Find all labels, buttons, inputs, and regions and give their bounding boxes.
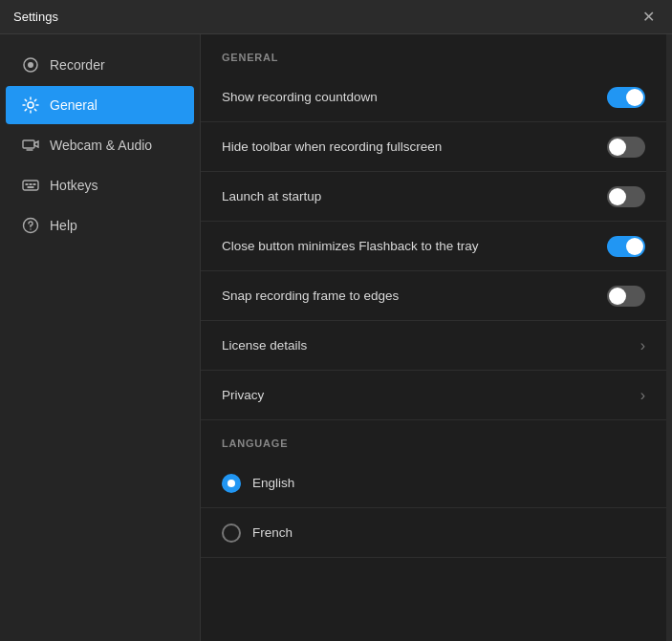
language-english-label: English xyxy=(252,476,294,490)
sidebar-item-label-webcam: Webcam & Audio xyxy=(50,138,152,153)
webcam-icon xyxy=(21,136,40,155)
svg-rect-5 xyxy=(30,183,33,185)
setting-label-launch-at-startup: Launch at startup xyxy=(222,189,321,203)
language-english-row[interactable]: English xyxy=(201,459,666,508)
toggle-hide-toolbar[interactable] xyxy=(607,137,645,158)
content-area: GENERAL Show recording countdown Hide to… xyxy=(201,34,666,641)
license-details-row[interactable]: License details › xyxy=(201,321,666,371)
sidebar-item-webcam-audio[interactable]: Webcam & Audio xyxy=(6,126,194,164)
toggle-knob xyxy=(609,139,626,156)
setting-show-recording-countdown: Show recording countdown xyxy=(201,73,666,122)
recorder-icon xyxy=(21,55,40,75)
sidebar-item-recorder[interactable]: Recorder xyxy=(6,46,194,84)
setting-label-show-recording-countdown: Show recording countdown xyxy=(222,90,378,104)
svg-rect-7 xyxy=(28,186,34,188)
toggle-knob xyxy=(609,288,626,305)
sidebar-item-label-hotkeys: Hotkeys xyxy=(50,178,98,193)
sidebar-item-label-help: Help xyxy=(50,218,77,233)
privacy-label: Privacy xyxy=(222,388,264,402)
general-icon xyxy=(21,96,40,115)
radio-english[interactable] xyxy=(222,474,241,493)
toggle-knob xyxy=(609,188,626,205)
setting-label-hide-toolbar: Hide toolbar when recording fullscreen xyxy=(222,139,442,154)
hotkeys-icon xyxy=(21,176,40,195)
sidebar-item-label-recorder: Recorder xyxy=(50,57,105,73)
toggle-knob xyxy=(626,89,643,106)
setting-close-button-minimizes: Close button minimizes Flashback to the … xyxy=(201,222,666,271)
license-details-label: License details xyxy=(222,338,307,353)
svg-point-9 xyxy=(30,228,31,229)
setting-launch-at-startup: Launch at startup xyxy=(201,172,666,222)
setting-snap-recording-frame: Snap recording frame to edges xyxy=(201,271,666,321)
sidebar-item-general[interactable]: General xyxy=(6,86,194,124)
general-section-header: GENERAL xyxy=(201,34,666,73)
language-section-header: LANGUAGE xyxy=(201,420,666,459)
toggle-show-recording-countdown[interactable] xyxy=(607,87,645,108)
toggle-knob xyxy=(626,238,643,255)
close-button[interactable]: ✕ xyxy=(639,8,659,27)
scrollbar-track[interactable] xyxy=(666,34,672,641)
privacy-row[interactable]: Privacy › xyxy=(201,371,666,420)
main-layout: Recorder General Webcam & Audio xyxy=(0,34,672,641)
setting-label-snap-recording-frame: Snap recording frame to edges xyxy=(222,288,399,303)
svg-rect-4 xyxy=(26,183,29,185)
help-icon xyxy=(21,216,40,235)
sidebar-item-help[interactable]: Help xyxy=(6,206,194,245)
sidebar-item-hotkeys[interactable]: Hotkeys xyxy=(6,166,194,204)
language-french-label: French xyxy=(252,525,293,540)
title-bar: Settings ✕ xyxy=(0,0,672,34)
toggle-snap-recording-frame[interactable] xyxy=(607,286,645,307)
setting-label-close-button-minimizes: Close button minimizes Flashback to the … xyxy=(222,239,479,253)
toggle-close-button-minimizes[interactable] xyxy=(607,236,645,257)
svg-point-1 xyxy=(28,62,33,68)
sidebar-item-label-general: General xyxy=(50,97,98,113)
setting-hide-toolbar: Hide toolbar when recording fullscreen xyxy=(201,122,666,172)
chevron-right-icon: › xyxy=(640,387,645,404)
sidebar: Recorder General Webcam & Audio xyxy=(0,34,201,641)
radio-french[interactable] xyxy=(222,523,241,543)
chevron-right-icon: › xyxy=(640,337,645,354)
language-french-row[interactable]: French xyxy=(201,508,666,558)
svg-point-2 xyxy=(28,102,33,108)
window-title: Settings xyxy=(13,10,58,24)
svg-rect-6 xyxy=(33,183,36,185)
toggle-launch-at-startup[interactable] xyxy=(607,186,645,207)
